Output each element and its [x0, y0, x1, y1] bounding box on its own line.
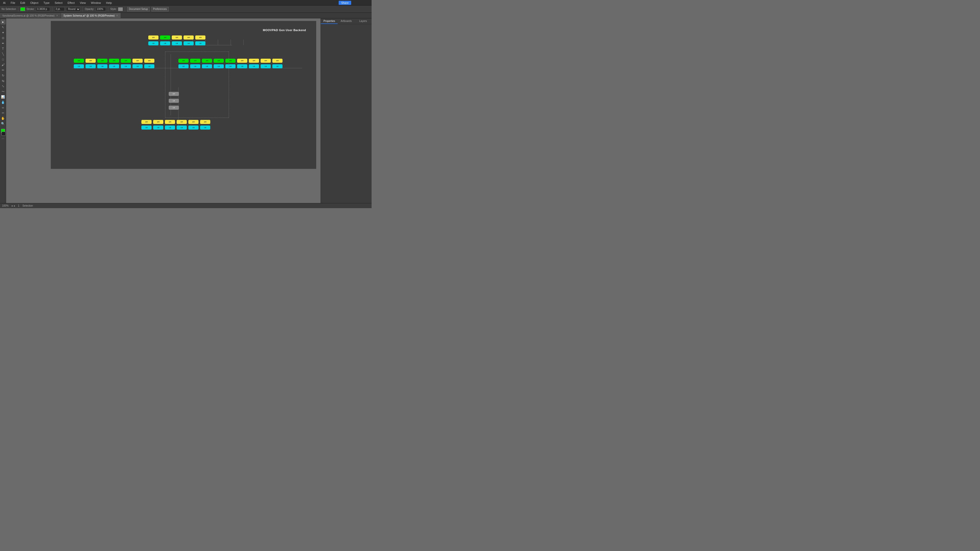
node[interactable]: LB	[165, 125, 175, 130]
node[interactable]: API	[200, 120, 210, 124]
node[interactable]: API	[188, 120, 199, 124]
weight-input[interactable]	[54, 7, 65, 11]
center-node-1[interactable]: API	[169, 92, 179, 96]
menu-select[interactable]: Select	[54, 1, 64, 5]
menu-view[interactable]: View	[79, 1, 87, 5]
reflect-tool[interactable]: ⇆	[0, 78, 6, 83]
tab-close-1[interactable]: ✕	[116, 14, 118, 17]
round-select[interactable]: Round Miter Bevel	[66, 7, 80, 11]
tab-close-0[interactable]: ✕	[56, 14, 58, 17]
node[interactable]: API	[172, 35, 182, 40]
node[interactable]: LB	[160, 41, 170, 45]
node[interactable]: LB	[142, 125, 151, 130]
scissor-tool[interactable]: ✂	[0, 110, 6, 116]
node[interactable]: API	[109, 59, 119, 63]
tab-functional[interactable]: functionalScreens.ai @ 100 % (RGB/Previe…	[0, 13, 61, 18]
node[interactable]: LB	[169, 99, 179, 103]
opacity-input[interactable]	[96, 7, 106, 11]
stroke-color[interactable]	[2, 132, 6, 136]
document-setup-button[interactable]: Document Setup	[127, 7, 150, 11]
node[interactable]: LB	[86, 64, 96, 68]
menu-ai[interactable]: Ai	[2, 1, 6, 5]
node[interactable]: API	[202, 59, 212, 63]
graph-tool[interactable]: 📊	[0, 94, 6, 100]
node[interactable]: API	[148, 35, 159, 40]
node[interactable]: LB	[74, 64, 84, 68]
node[interactable]: API	[165, 120, 175, 124]
node[interactable]: LB	[121, 64, 131, 68]
node[interactable]: LB	[195, 41, 205, 45]
pencil-tool[interactable]: ✏	[0, 68, 6, 73]
type-tool[interactable]: T	[0, 46, 6, 51]
paintbrush-tool[interactable]: 🖌	[0, 62, 6, 67]
menu-window[interactable]: Window	[90, 1, 102, 5]
menu-effect[interactable]: Effect	[67, 1, 76, 5]
node[interactable]: API	[178, 59, 189, 63]
node[interactable]: LB	[144, 64, 154, 68]
canvas-area[interactable]: MOOVPAD Gen User Backend API API API API…	[6, 18, 321, 203]
node[interactable]: API	[144, 59, 154, 63]
node[interactable]: LB	[97, 64, 107, 68]
menu-edit[interactable]: Edit	[19, 1, 26, 5]
node[interactable]: LB	[190, 64, 200, 68]
node[interactable]: API	[142, 120, 151, 124]
node[interactable]: LB	[249, 64, 259, 68]
node[interactable]: API	[261, 59, 271, 63]
node[interactable]: API	[121, 59, 131, 63]
tab-layers[interactable]: Layers	[355, 18, 372, 24]
menu-file[interactable]: File	[10, 1, 16, 5]
node[interactable]: API	[160, 35, 170, 40]
node[interactable]: LB	[188, 125, 199, 130]
rect-tool[interactable]: □	[0, 57, 6, 62]
node[interactable]: LB	[202, 64, 212, 68]
node[interactable]: LB	[153, 125, 163, 130]
node[interactable]: API	[237, 59, 247, 63]
warp-tool[interactable]: 〜	[0, 89, 6, 94]
node[interactable]: LB	[178, 64, 189, 68]
preferences-button[interactable]: Preferences	[151, 7, 169, 11]
node[interactable]: LB	[200, 125, 210, 130]
eyedropper-tool[interactable]: 💧	[0, 100, 6, 105]
node[interactable]: LB	[213, 64, 224, 68]
scale-tool[interactable]: ⤡	[0, 84, 6, 89]
node[interactable]: LB	[183, 41, 194, 45]
fill-swatch[interactable]	[21, 7, 25, 11]
zoom-tool[interactable]: 🔍	[0, 121, 6, 126]
hand-tool[interactable]: ✋	[0, 116, 6, 121]
node[interactable]: API	[272, 59, 283, 63]
node[interactable]: LB	[172, 41, 182, 45]
direct-select-tool[interactable]: ↖	[0, 25, 6, 30]
select-tool[interactable]: ▸	[0, 19, 6, 24]
style-swatch[interactable]	[118, 7, 123, 11]
stroke-input[interactable]	[36, 7, 50, 11]
lasso-tool[interactable]: ⊙	[0, 35, 6, 41]
tab-properties[interactable]: Properties	[321, 18, 338, 24]
node[interactable]: LB	[272, 64, 283, 68]
node[interactable]: API	[249, 59, 259, 63]
tab-schema[interactable]: System Schema.ai* @ 100 % (RGB/Preview) …	[61, 13, 121, 18]
menu-help[interactable]: Help	[105, 1, 113, 5]
blend-tool[interactable]: ∞	[0, 105, 6, 110]
more-tools[interactable]: ···	[0, 136, 6, 141]
node[interactable]: LB	[169, 106, 179, 110]
center-node-3[interactable]: LB	[169, 106, 179, 110]
node[interactable]: API	[213, 59, 224, 63]
node[interactable]: API	[169, 92, 179, 96]
node[interactable]: LB	[148, 41, 159, 45]
tab-artboards[interactable]: Artboards	[338, 18, 355, 24]
node[interactable]: LB	[261, 64, 271, 68]
node[interactable]: API	[190, 59, 200, 63]
node[interactable]: API	[225, 59, 235, 63]
node[interactable]: LB	[109, 64, 119, 68]
center-node-2[interactable]: LB	[169, 99, 179, 103]
node[interactable]: API	[183, 35, 194, 40]
node[interactable]: API	[97, 59, 107, 63]
node[interactable]: LB	[225, 64, 235, 68]
node[interactable]: API	[177, 120, 187, 124]
node[interactable]: LB	[177, 125, 187, 130]
node[interactable]: API	[153, 120, 163, 124]
rotate-tool[interactable]: ↻	[0, 73, 6, 78]
line-tool[interactable]: ╲	[0, 52, 6, 57]
share-button[interactable]: Share	[339, 1, 351, 5]
menu-object[interactable]: Object	[29, 1, 39, 5]
